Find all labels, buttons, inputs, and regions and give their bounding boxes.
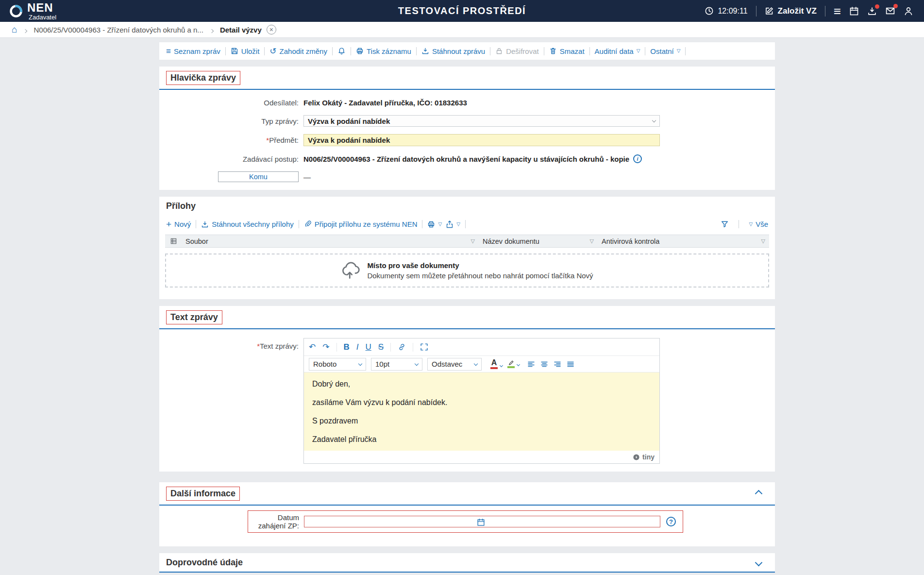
lock-icon: [495, 47, 503, 55]
print-attachments-button[interactable]: ▽: [427, 220, 442, 228]
calendar-button[interactable]: [849, 6, 859, 16]
filter-funnel-icon[interactable]: [721, 220, 729, 228]
export-attachments-button[interactable]: ▽: [446, 220, 460, 228]
close-tab-icon[interactable]: ×: [267, 25, 276, 34]
discard-changes-button[interactable]: ↺ Zahodit změny: [269, 47, 327, 55]
subject-label: *Předmět:: [159, 136, 303, 144]
nen-logo[interactable]: NEN Zadavatel: [9, 2, 56, 20]
highlighter-icon: [508, 360, 515, 366]
expand-chevron-down-icon[interactable]: [756, 558, 761, 567]
attachments-dropzone[interactable]: Místo pro vaše dokumenty Dokumenty sem m…: [165, 254, 769, 288]
message-list-button[interactable]: ≡ Seznam zpráv: [166, 47, 220, 55]
session-time-value: 12:09:11: [718, 7, 747, 16]
start-date-input[interactable]: [304, 516, 660, 527]
recipient-row: Komu —: [159, 171, 775, 182]
font-family-select[interactable]: Roboto: [309, 358, 366, 371]
dropzone-title: Místo pro vaše dokumenty: [367, 261, 593, 270]
subject-row: *Předmět: Výzva k podání nabídek: [159, 134, 775, 146]
editor-content[interactable]: Dobrý den, zasíláme Vám výzvu k podání n…: [304, 372, 659, 451]
message-list-label: Seznam zpráv: [174, 47, 220, 55]
sender-row: Odesílatel: Felix Okátý - Zadavatel přír…: [159, 97, 775, 108]
discard-label: Zahodit změny: [280, 47, 327, 55]
start-date-label: Datum zahájení ZP:: [248, 513, 304, 530]
message-type-value: Výzva k podání nabídek: [308, 117, 390, 125]
breadcrumb-procedure[interactable]: N006/25/V00004963 - Zřízení datových okr…: [34, 26, 203, 34]
download-message-button[interactable]: Stáhnout zprávu: [421, 47, 485, 55]
nen-logo-icon: [9, 4, 23, 18]
notification-bell-button[interactable]: [337, 47, 346, 55]
attach-from-nen-button[interactable]: Připojit přílohu ze systému NEN: [304, 220, 418, 228]
block-format-select[interactable]: Odstavec: [427, 358, 482, 371]
home-icon[interactable]: ⌂: [12, 24, 17, 35]
delete-button[interactable]: Smazat: [549, 47, 585, 55]
chevron-down-icon: [358, 361, 362, 365]
message-text-label: *Text zprávy:: [159, 342, 303, 350]
chevron-down-icon: [474, 361, 478, 365]
plus-icon: +: [166, 220, 171, 229]
undo-icon[interactable]: ↶: [309, 343, 316, 351]
message-type-select[interactable]: Výzva k podání nabídek: [303, 115, 660, 127]
align-justify-icon[interactable]: [567, 360, 574, 368]
block-format-value: Odstavec: [432, 360, 462, 368]
download-icon: [201, 220, 209, 228]
user-profile-button[interactable]: [904, 6, 913, 16]
breadcrumb-chevron-icon: [210, 26, 213, 34]
fullscreen-button[interactable]: [420, 343, 428, 351]
column-header-nazev[interactable]: Název dokumentu ▽: [479, 237, 598, 245]
downloads-button[interactable]: [867, 6, 877, 16]
share-icon: [446, 220, 454, 228]
link-button[interactable]: [398, 343, 406, 351]
save-icon: [231, 47, 238, 55]
app-name: NEN: [27, 2, 56, 14]
other-label: Ostatní: [650, 47, 673, 55]
bold-button[interactable]: B: [344, 342, 350, 352]
recipient-button[interactable]: Komu: [218, 171, 299, 182]
download-all-label: Stáhnout všechny přílohy: [212, 220, 293, 228]
messages-button[interactable]: [885, 6, 895, 16]
subject-input[interactable]: Výzva k podání nabídek: [303, 134, 660, 146]
user-role-label: Zadavatel: [29, 14, 56, 20]
underline-button[interactable]: U: [366, 342, 371, 352]
message-header-title: Hlavička zprávy: [166, 71, 240, 85]
editor-separator: [390, 343, 391, 352]
download-all-attachments-button[interactable]: Stáhnout všechny přílohy: [201, 220, 293, 228]
font-size-select[interactable]: 10pt: [371, 358, 422, 371]
bell-icon: [337, 47, 346, 55]
print-record-button[interactable]: Tisk záznamu: [356, 47, 411, 55]
create-vz-button[interactable]: Založit VZ: [765, 6, 817, 16]
collapse-chevron-up-icon[interactable]: [756, 490, 761, 498]
redo-icon[interactable]: ↷: [322, 343, 329, 351]
main-menu-button[interactable]: ≡: [834, 6, 841, 16]
printer-icon: [427, 220, 435, 228]
column-settings-button[interactable]: [165, 237, 182, 245]
align-left-icon[interactable]: [527, 360, 535, 368]
calendar-picker-icon[interactable]: [477, 518, 485, 526]
align-center-icon[interactable]: [540, 360, 548, 368]
italic-button[interactable]: I: [356, 342, 359, 352]
list-icon: ≡: [166, 47, 171, 55]
other-button[interactable]: Ostatní ▽: [650, 47, 680, 55]
start-date-row: Datum zahájení ZP: ?: [159, 510, 775, 533]
save-button[interactable]: Uložit: [231, 47, 260, 55]
text-color-button[interactable]: A: [490, 359, 503, 370]
info-icon[interactable]: i: [633, 154, 642, 163]
toolbar-separator: [465, 220, 466, 228]
attachments-head: Přílohy: [159, 197, 775, 215]
filter-all-button[interactable]: ▽ Vše: [749, 220, 768, 228]
dropdown-caret-icon: ▽: [438, 222, 442, 227]
column-header-soubor[interactable]: Soubor ▽: [182, 237, 479, 245]
toolbar-separator: [416, 47, 417, 55]
validation-highlight-box: Datum zahájení ZP: ?: [248, 510, 683, 533]
toolbar-separator: [225, 47, 226, 55]
new-attachment-button[interactable]: + Nový: [166, 220, 191, 229]
grid-icon: [170, 237, 177, 245]
highlight-color-button[interactable]: [507, 360, 520, 369]
align-group: [527, 360, 574, 368]
help-icon[interactable]: ?: [666, 517, 676, 526]
column-header-antivir[interactable]: Antivirová kontrola ▽: [598, 237, 769, 245]
toolbar-separator: [299, 220, 299, 228]
align-right-icon[interactable]: [554, 360, 561, 368]
recipient-value: —: [303, 173, 311, 181]
strikethrough-button[interactable]: S: [378, 342, 384, 352]
audit-data-button[interactable]: Auditní data ▽: [595, 47, 640, 55]
